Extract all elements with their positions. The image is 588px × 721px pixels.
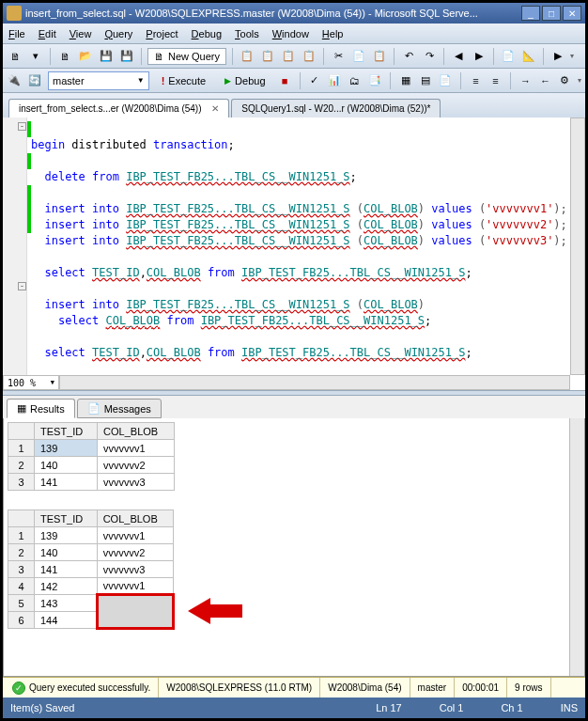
tab-messages[interactable]: 📄 Messages <box>77 399 162 418</box>
tb-icon-ex2[interactable]: 📐 <box>520 48 537 65</box>
table-row: 3141vvvvvvv3 <box>8 474 175 491</box>
tab-results[interactable]: ▦ Results <box>7 399 75 418</box>
col-header-colblob[interactable]: COL_BLOB <box>98 423 175 440</box>
annotation-arrow <box>188 596 244 626</box>
zoom-value: 100 % <box>8 375 36 391</box>
tb2-icon-ex[interactable]: ⚙ <box>558 72 572 89</box>
code-editor[interactable]: - - begin distributed transaction; delet… <box>3 118 585 390</box>
tb-icon-ex3[interactable]: ▶ <box>549 48 566 65</box>
menu-view[interactable]: View <box>70 28 92 39</box>
maximize-button[interactable]: □ <box>542 6 561 21</box>
code-content: begin distributed transaction; delete fr… <box>31 121 570 390</box>
status-user: W2008\Dima (54) <box>320 678 410 697</box>
database-selector[interactable]: master ▼ <box>48 71 149 90</box>
status-db: master <box>410 678 456 697</box>
status-message: Query executed successfully. <box>29 682 150 693</box>
menubar: File Edit View Query Project Debug Tools… <box>3 24 585 44</box>
new-query-button[interactable]: 🗎 New Query <box>147 48 226 65</box>
results-grid-icon[interactable]: ▦ <box>398 72 412 89</box>
toolbar-overflow[interactable]: ▾ <box>570 52 574 60</box>
menu-window[interactable]: Window <box>272 28 309 39</box>
table-row: 4142vvvvvvv1 <box>8 578 174 595</box>
tab-close-icon[interactable]: ✕ <box>211 103 219 114</box>
cut-icon[interactable]: ✂ <box>330 48 347 65</box>
tb-icon-2[interactable]: 📋 <box>259 48 276 65</box>
results-text-icon[interactable]: ▤ <box>418 72 432 89</box>
tb2-icon-2[interactable]: 🗂 <box>348 72 362 89</box>
success-icon: ✓ <box>12 682 25 695</box>
chevron-down-icon: ▼ <box>137 76 145 85</box>
minimize-button[interactable]: _ <box>521 6 540 21</box>
connect-icon[interactable]: 🔌 <box>7 72 22 89</box>
vertical-scrollbar[interactable] <box>570 118 585 375</box>
toolbar-main: 🗎 ▾ 🗎 📂 💾 💾 🗎 New Query 📋 📋 📋 📋 ✂ 📄 📋 ↶ … <box>3 44 585 69</box>
debug-label: Debug <box>235 75 265 86</box>
fold-icon[interactable]: - <box>18 282 26 290</box>
highlighted-null-cell[interactable] <box>97 595 173 629</box>
save-all-icon[interactable]: 💾 <box>118 48 135 65</box>
indent-icon[interactable]: → <box>518 72 533 89</box>
status-ch: Ch 1 <box>501 702 522 713</box>
outdent-icon[interactable]: ← <box>538 72 552 89</box>
tab-active-label: insert_from_select.s...er (W2008\Dima (5… <box>19 103 202 114</box>
query-status-bar: ✓ Query executed successfully. W2008\SQL… <box>3 677 585 697</box>
execute-button[interactable]: Execute <box>155 72 212 89</box>
col-header-testid[interactable]: TEST_ID <box>35 510 98 527</box>
new-project-icon[interactable]: 🗎 <box>7 48 23 65</box>
results-tabs: ▦ Results 📄 Messages <box>3 396 585 418</box>
tb-icon-3[interactable]: 📋 <box>280 48 297 65</box>
status-server: W2008\SQLEXPRESS (11.0 RTM) <box>159 678 320 697</box>
paste-icon[interactable]: 📋 <box>371 48 388 65</box>
uncomment-icon[interactable]: ≡ <box>488 72 503 89</box>
menu-file[interactable]: File <box>8 28 25 39</box>
open-icon[interactable]: 📂 <box>77 48 94 65</box>
fold-icon[interactable]: - <box>18 122 26 131</box>
col-header-colblob[interactable]: COL_BLOB <box>97 510 173 527</box>
results-grids: TEST_ID COL_BLOB 1139vvvvvvv1 2140vvvvvv… <box>3 418 585 677</box>
tab-inactive[interactable]: SQLQuery1.sql - W20...r (W2008\Dima (52)… <box>231 99 441 118</box>
menu-debug[interactable]: Debug <box>192 28 222 39</box>
tab-inactive-label: SQLQuery1.sql - W20...r (W2008\Dima (52)… <box>241 103 430 114</box>
status-line: Ln 17 <box>376 702 402 713</box>
toolbar2-overflow[interactable]: ▾ <box>578 76 581 85</box>
comment-icon[interactable]: ≡ <box>469 72 483 89</box>
tb2-icon-1[interactable]: 📊 <box>327 72 342 89</box>
tb-icon-1[interactable]: 📋 <box>239 48 255 65</box>
parse-icon[interactable]: ✓ <box>307 72 321 89</box>
corner-header[interactable] <box>8 423 35 440</box>
stop-icon[interactable]: ■ <box>278 72 292 89</box>
window-title: insert_from_select.sql - W2008\SQLEXPRES… <box>25 8 478 19</box>
menu-help[interactable]: Help <box>322 28 344 39</box>
results-vertical-scrollbar[interactable] <box>569 418 584 676</box>
menu-edit[interactable]: Edit <box>39 28 56 39</box>
col-header-testid[interactable]: TEST_ID <box>35 423 98 440</box>
results-file-icon[interactable]: 📄 <box>438 72 453 89</box>
message-icon: 📄 <box>87 402 101 415</box>
menu-project[interactable]: Project <box>146 28 178 39</box>
result-grid-2: TEST_ID COL_BLOB 1139vvvvvvv1 2140vvvvvv… <box>8 509 175 630</box>
menu-query[interactable]: Query <box>104 28 132 39</box>
tab-active[interactable]: insert_from_select.s...er (W2008\Dima (5… <box>8 99 229 118</box>
tb2-icon-3[interactable]: 📑 <box>367 72 382 89</box>
app-icon <box>7 6 22 21</box>
nav-fwd-icon[interactable]: ▶ <box>471 48 487 65</box>
copy-icon[interactable]: 📄 <box>350 48 367 65</box>
redo-icon[interactable]: ↷ <box>421 48 438 65</box>
tab-messages-label: Messages <box>104 403 151 415</box>
change-connection-icon[interactable]: 🔄 <box>27 72 42 89</box>
debug-button[interactable]: Debug <box>218 72 271 89</box>
corner-header[interactable] <box>8 510 35 527</box>
save-icon[interactable]: 💾 <box>98 48 115 65</box>
menu-tools[interactable]: Tools <box>235 28 259 39</box>
undo-icon[interactable]: ↶ <box>400 48 417 65</box>
horizontal-scrollbar[interactable] <box>59 375 570 390</box>
nav-back-icon[interactable]: ◀ <box>450 48 467 65</box>
add-icon[interactable]: 🗎 <box>56 48 73 65</box>
table-row: 3141vvvvvvv3 <box>8 561 174 578</box>
status-saved: Item(s) Saved <box>10 702 74 713</box>
close-button[interactable]: ✕ <box>563 6 581 21</box>
tb-icon-4[interactable]: 📋 <box>301 48 317 65</box>
tb-icon-ex1[interactable]: 📄 <box>500 48 517 65</box>
zoom-selector[interactable]: 100 % ▼ <box>3 375 59 390</box>
dropdown-icon[interactable]: ▾ <box>27 48 44 65</box>
